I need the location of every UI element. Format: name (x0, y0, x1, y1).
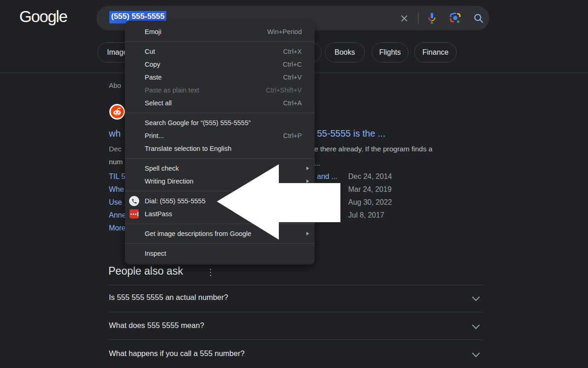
submenu-arrow-icon (306, 232, 309, 236)
menu-shortcut: Win+Period (267, 25, 302, 38)
snippet-text-left2: num (109, 158, 123, 166)
menu-item-search-google[interactable]: Search Google for “(555) 555-5555” (125, 116, 315, 129)
chevron-down-icon[interactable] (472, 350, 480, 357)
sublink-2[interactable]: Use (109, 198, 122, 207)
menu-label: Search Google for “(555) 555-5555” (145, 116, 251, 129)
menu-item-spell-check[interactable]: Spell check (125, 162, 315, 175)
clear-icon[interactable] (400, 14, 409, 23)
menu-label: Copy (145, 58, 160, 71)
menu-separator (125, 41, 315, 42)
menu-item-paste-plain: Paste as plain text Ctrl+Shift+V (125, 84, 315, 97)
paa-divider (109, 339, 483, 340)
reddit-avatar (109, 104, 125, 120)
lastpass-icon (129, 209, 139, 219)
menu-shortcut: Ctrl+X (283, 45, 302, 58)
menu-item-translate[interactable]: Translate selection to English (125, 142, 315, 155)
voice-search-icon[interactable] (426, 12, 437, 24)
menu-label: Inspect (145, 247, 166, 260)
submenu-arrow-icon (306, 179, 309, 183)
sublink-2-date: Aug 30, 2022 (348, 198, 392, 207)
menu-item-cut[interactable]: Cut Ctrl+X (125, 45, 315, 58)
search-query-text[interactable]: (555) 555-5555 (109, 12, 166, 21)
paa-question-3[interactable]: What happens if you call a 555 number? (109, 349, 483, 358)
menu-label: Paste as plain text (145, 84, 199, 97)
paa-divider (109, 285, 483, 285)
menu-label: Cut (145, 45, 155, 58)
menu-label: Dial: (555) 555-5555 (145, 195, 205, 207)
result-stats-fragment: Abo (109, 81, 121, 89)
result-title-right[interactable]: 55-5555 is the ... (317, 128, 385, 139)
menu-separator (125, 158, 315, 159)
snippet-text-right: e there already. If the program finds a (314, 145, 432, 153)
chevron-down-icon[interactable] (472, 322, 480, 329)
more-options-icon[interactable]: ⋮ (206, 267, 215, 277)
menu-separator (125, 191, 315, 191)
menu-label: Select all (145, 97, 172, 109)
searchbar-divider (418, 12, 418, 24)
sublink-3[interactable]: Anne (109, 211, 126, 219)
menu-label: Paste (145, 71, 162, 84)
menu-shortcut: Ctrl+A (283, 97, 302, 109)
menu-item-copy[interactable]: Copy Ctrl+C (125, 58, 315, 71)
sublink-0-right[interactable]: and ... (317, 172, 337, 181)
phone-icon (129, 196, 139, 206)
tab-books-label: Books (334, 48, 355, 57)
menu-label: Emoji (145, 25, 161, 38)
context-menu: Emoji Win+Period Cut Ctrl+X Copy Ctrl+C … (125, 21, 315, 264)
result-title-left[interactable]: wh (109, 128, 121, 139)
menu-separator (125, 243, 315, 244)
menu-shortcut: Ctrl+C (283, 58, 302, 71)
chevron-down-icon[interactable] (472, 293, 480, 301)
menu-label: Spell check (145, 162, 179, 175)
reddit-icon (110, 105, 124, 119)
submenu-arrow-icon (306, 167, 309, 170)
sublink-1[interactable]: Whe (109, 185, 124, 194)
menu-item-dial[interactable]: Dial: (555) 555-5555 (125, 195, 315, 207)
paa-question-2-text: What does 555 5555 mean? (109, 321, 204, 329)
sublink-0[interactable]: TIL 5 (109, 172, 125, 181)
tab-flights-label: Flights (379, 48, 401, 57)
menu-label: Writing Direction (145, 175, 193, 188)
menu-shortcut: Ctrl+P (283, 129, 302, 142)
menu-item-inspect[interactable]: Inspect (125, 247, 315, 260)
menu-item-emoji[interactable]: Emoji Win+Period (125, 25, 315, 38)
tab-finance-label: Finance (423, 48, 449, 57)
menu-label: Get image descriptions from Google (145, 227, 251, 240)
paa-question-2[interactable]: What does 555 5555 mean? (109, 321, 483, 330)
search-icon[interactable] (473, 13, 484, 24)
paa-question-1-text: Is 555 555 5555 an actual number? (109, 293, 228, 301)
google-lens-icon[interactable] (449, 12, 461, 24)
google-search-page: Google (555) 555-5555 Images Books Fligh… (0, 0, 588, 368)
paa-question-1[interactable]: Is 555 555 5555 an actual number? (109, 293, 483, 302)
menu-separator (125, 113, 315, 113)
tab-finance[interactable]: Finance (414, 42, 457, 63)
menu-item-image-descriptions[interactable]: Get image descriptions from Google (125, 227, 315, 240)
sublink-4[interactable]: More (109, 224, 125, 232)
menu-label: LastPass (145, 207, 172, 220)
paa-divider (109, 312, 483, 312)
snippet-date-fragment: Dec (109, 145, 122, 153)
people-also-ask-title: People also ask (108, 265, 183, 277)
menu-separator (125, 224, 315, 224)
menu-item-print[interactable]: Print... Ctrl+P (125, 129, 315, 142)
sublink-3-date: Jul 8, 2017 (348, 211, 384, 219)
menu-label: Translate selection to English (145, 142, 232, 155)
menu-item-paste[interactable]: Paste Ctrl+V (125, 71, 315, 84)
sublink-1-date: Mar 24, 2019 (348, 185, 391, 194)
snippet-text-right2: ... (314, 159, 320, 167)
menu-item-writing-direction[interactable]: Writing Direction (125, 175, 315, 188)
sublink-0-date: Dec 24, 2014 (348, 172, 392, 181)
google-logo[interactable]: Google (19, 7, 67, 26)
menu-shortcut: Ctrl+V (283, 71, 302, 84)
paa-question-3-text: What happens if you call a 555 number? (109, 349, 244, 357)
menu-item-select-all[interactable]: Select all Ctrl+A (125, 97, 315, 109)
tab-flights[interactable]: Flights (372, 42, 408, 63)
menu-shortcut: Ctrl+Shift+V (266, 84, 302, 97)
menu-label: Print... (145, 129, 164, 142)
menu-item-lastpass[interactable]: LastPass (125, 207, 315, 220)
tab-books[interactable]: Books (325, 42, 365, 63)
